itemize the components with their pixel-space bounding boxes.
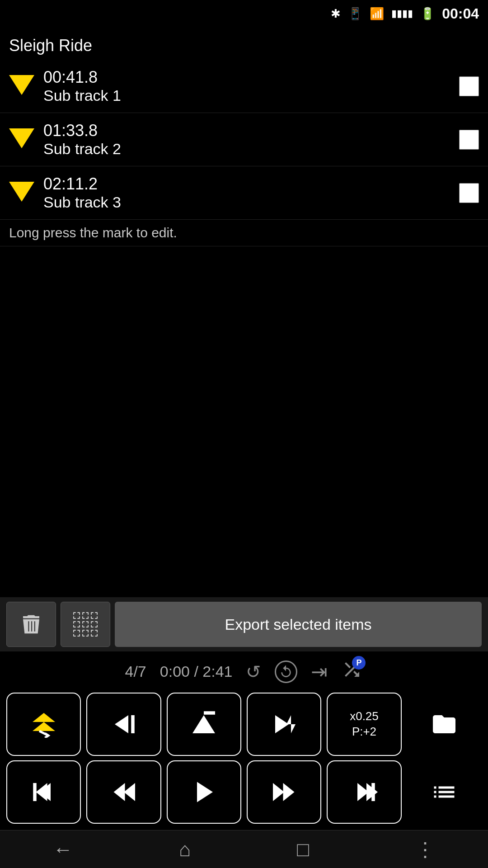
svg-marker-3: [115, 715, 128, 733]
prev-mark-button[interactable]: [86, 693, 161, 756]
controls-row1: + x0.25P:+2: [0, 688, 488, 760]
shuffle-badge: P: [352, 656, 366, 670]
skip-start-button[interactable]: [6, 760, 81, 824]
track-info-1: 00:41.8 Sub track 1: [43, 68, 459, 104]
repeat-icon[interactable]: ↺: [246, 661, 261, 682]
signal-icon: ▮▮▮▮: [391, 8, 413, 19]
track-name-3: Sub track 3: [43, 193, 459, 211]
track-info-2: 01:33.8 Sub track 2: [43, 121, 459, 158]
nav-bar: ← ⌂ □ ⋮: [0, 830, 488, 868]
svg-marker-15: [124, 783, 135, 801]
track-info-3: 02:11.2 Sub track 3: [43, 175, 459, 211]
speed-text: x0.25P:+2: [350, 709, 379, 740]
play-icon: [190, 778, 217, 806]
open-folder-button[interactable]: [407, 693, 482, 756]
controls-row2: [0, 760, 488, 830]
svg-marker-1: [33, 722, 55, 731]
action-bar: Export selected items: [0, 597, 488, 651]
phone-icon: 📱: [348, 7, 362, 21]
bottom-toolbar: Export selected items 4/7 0:00 / 2:41 ↺ …: [0, 597, 488, 868]
track-name-1: Sub track 1: [43, 87, 459, 104]
play-button[interactable]: [167, 760, 241, 824]
cue-set-icon: [30, 711, 57, 738]
export-button[interactable]: Export selected items: [115, 602, 482, 647]
fast-forward-button[interactable]: [247, 760, 321, 824]
track-item-2: 01:33.8 Sub track 2: [0, 113, 488, 166]
track-arrow-3: [9, 182, 34, 204]
track-checkbox-2[interactable]: [459, 130, 479, 150]
repeat-one-icon[interactable]: [275, 660, 297, 683]
svg-marker-17: [273, 783, 284, 801]
track-time-2: 01:33.8: [43, 121, 459, 140]
shuffle-icon[interactable]: P: [341, 659, 363, 684]
svg-marker-14: [113, 783, 125, 801]
svg-marker-16: [197, 782, 213, 802]
track-time-3: 02:11.2: [43, 175, 459, 193]
app-title: Sleigh Ride: [0, 27, 488, 60]
grid-select-button[interactable]: [61, 602, 110, 647]
svg-marker-12: [36, 783, 47, 801]
track-arrow-1: [9, 75, 34, 98]
track-checkbox-1[interactable]: [459, 76, 479, 96]
track-time-1: 00:41.8: [43, 68, 459, 87]
list-icon: [431, 778, 458, 806]
track-arrow-2: [9, 128, 34, 151]
list-button[interactable]: [407, 760, 482, 824]
delete-button[interactable]: [6, 602, 56, 647]
battery-icon: 🔋: [420, 7, 435, 21]
fast-forward-icon: [271, 778, 298, 806]
next-mark-button[interactable]: [247, 693, 321, 756]
track-list: 00:41.8 Sub track 1 01:33.8 Sub track 2 …: [0, 60, 488, 220]
status-bar: ✱ 📱 📶 ▮▮▮▮ 🔋 00:04: [0, 0, 488, 27]
svg-text:+: +: [211, 714, 217, 729]
status-time: 00:04: [442, 5, 479, 22]
skip-next-icon[interactable]: ⇥: [311, 660, 328, 683]
svg-marker-0: [33, 713, 55, 722]
skip-end-button[interactable]: [327, 760, 401, 824]
trash-icon: [19, 612, 43, 637]
bluetooth-icon: ✱: [331, 7, 341, 21]
folder-icon: [431, 711, 458, 738]
back-button[interactable]: ←: [53, 838, 73, 861]
recents-button[interactable]: □: [297, 838, 309, 861]
track-name-2: Sub track 2: [43, 140, 459, 158]
rewind-icon: [110, 778, 137, 806]
rewind-button[interactable]: [86, 760, 161, 824]
speed-button[interactable]: x0.25P:+2: [327, 693, 401, 756]
more-button[interactable]: ⋮: [415, 838, 435, 861]
svg-marker-9: [286, 715, 296, 733]
skip-start-icon: [30, 778, 57, 806]
svg-marker-18: [283, 783, 294, 801]
track-counter: 4/7: [125, 663, 146, 680]
track-item-1: 00:41.8 Sub track 1: [0, 60, 488, 113]
grid-icon: [73, 612, 98, 637]
cue-set-button[interactable]: [6, 693, 81, 756]
time-display: 0:00 / 2:41: [160, 663, 233, 680]
add-mark-icon: +: [190, 711, 217, 738]
track-checkbox-3[interactable]: [459, 183, 479, 203]
wifi-icon: 📶: [370, 7, 384, 21]
prev-mark-icon: [110, 711, 137, 738]
track-item-3: 02:11.2 Sub track 3: [0, 166, 488, 220]
add-mark-button[interactable]: +: [167, 693, 241, 756]
skip-end-icon: [351, 778, 378, 806]
hint-text: Long press the mark to edit.: [0, 220, 488, 246]
home-button[interactable]: ⌂: [179, 838, 191, 861]
next-mark-icon: [271, 711, 298, 738]
player-row: 4/7 0:00 / 2:41 ↺ ⇥ P: [0, 651, 488, 688]
